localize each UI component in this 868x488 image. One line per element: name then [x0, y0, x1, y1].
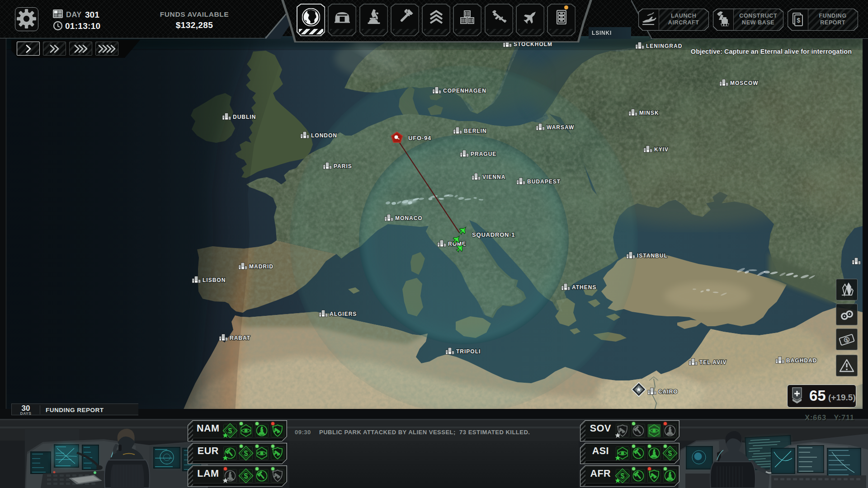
svg-text:$: $ [244, 472, 248, 480]
svg-text:$: $ [668, 450, 672, 457]
svg-text:01:13:10: 01:13:10 [65, 21, 100, 31]
svg-text:$: $ [797, 17, 801, 24]
svg-text:301: 301 [85, 10, 99, 19]
svg-text:$: $ [244, 450, 248, 457]
svg-text:DAY: DAY [66, 10, 82, 19]
